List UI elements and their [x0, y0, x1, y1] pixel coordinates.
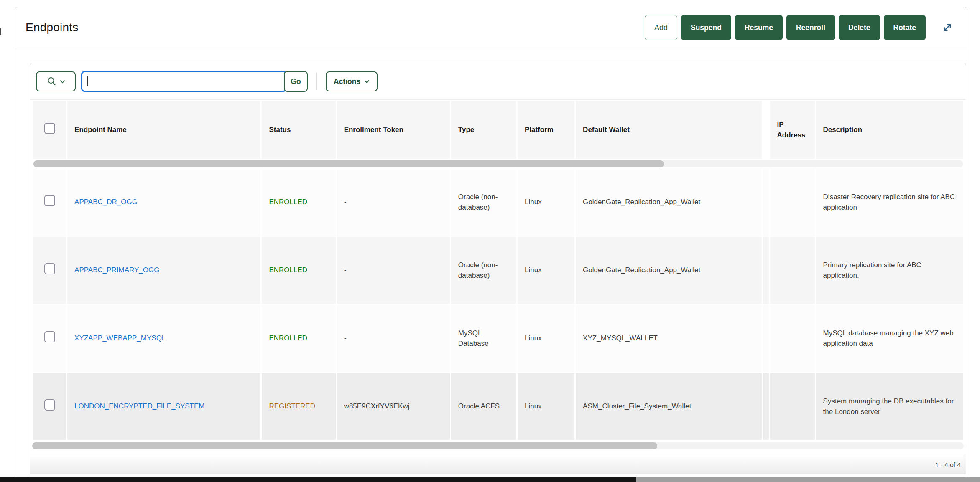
- endpoints-panel: Endpoints Add Suspend Resume Reenroll De…: [15, 7, 967, 479]
- column-gap: [763, 101, 769, 159]
- ip-address-cell: [770, 373, 815, 440]
- column-header-endpoint-name[interactable]: Endpoint Name: [67, 101, 260, 159]
- toolbar-divider: [316, 73, 317, 90]
- endpoints-table: Endpoint Name Status Enrollment Token Ty…: [30, 99, 966, 441]
- scrollbar-thumb[interactable]: [33, 160, 664, 167]
- column-header-type[interactable]: Type: [451, 101, 516, 159]
- platform-cell: Linux: [518, 373, 574, 440]
- column-header-description[interactable]: Description: [816, 101, 963, 159]
- table-row: LONDON_ENCRYPTED_FILE_SYSTEM REGISTERED …: [33, 373, 963, 440]
- table-bottom-scrollbar: [32, 442, 964, 449]
- resume-button[interactable]: Resume: [735, 15, 783, 40]
- type-cell: Oracle (non-database): [451, 169, 516, 236]
- ip-address-cell: [770, 169, 815, 236]
- pagination-label: 1 - 4 of 4: [935, 461, 961, 469]
- row-checkbox[interactable]: [44, 331, 55, 342]
- rotate-button[interactable]: Rotate: [884, 15, 926, 40]
- table-row: APPABC_DR_OGG ENROLLED - Oracle (non-dat…: [33, 169, 963, 236]
- endpoint-name-link[interactable]: LONDON_ENCRYPTED_FILE_SYSTEM: [74, 402, 204, 410]
- description-cell: Disaster Recovery replication site for A…: [816, 169, 963, 236]
- page-title: Endpoints: [26, 21, 78, 34]
- column-header-enrollment-token[interactable]: Enrollment Token: [337, 101, 450, 159]
- type-cell: Oracle (non-database): [451, 237, 516, 304]
- text-caret: [87, 76, 88, 86]
- search-input-wrap: [81, 71, 287, 92]
- search-scope-dropdown[interactable]: [36, 71, 76, 91]
- window-scrollbar-thumb[interactable]: [0, 477, 636, 482]
- endpoint-name-link[interactable]: XYZAPP_WEBAPP_MYSQL: [74, 334, 166, 342]
- actions-label: Actions: [334, 77, 360, 86]
- chevron-down-icon: [60, 80, 65, 84]
- enrollment-token-cell: -: [337, 237, 450, 304]
- column-header-status[interactable]: Status: [262, 101, 335, 159]
- type-cell: Oracle ACFS: [451, 373, 516, 440]
- report-toolbar: Go Actions: [30, 63, 966, 99]
- status-badge: ENROLLED: [269, 334, 307, 342]
- status-badge: ENROLLED: [269, 198, 307, 206]
- search-icon: [47, 76, 57, 86]
- description-cell: MySQL database managing the XYZ web appl…: [816, 305, 963, 372]
- row-checkbox[interactable]: [44, 399, 55, 411]
- reenroll-button[interactable]: Reenroll: [786, 15, 835, 40]
- go-button[interactable]: Go: [284, 71, 308, 92]
- enrollment-token-cell: -: [337, 305, 450, 372]
- description-cell: Primary replication site for ABC applica…: [816, 237, 963, 304]
- window-edge-artifact: [0, 28, 1, 35]
- actions-menu-button[interactable]: Actions: [326, 71, 378, 91]
- platform-cell: Linux: [518, 237, 574, 304]
- endpoint-name-link[interactable]: APPABC_PRIMARY_OGG: [74, 266, 159, 274]
- table-row: APPABC_PRIMARY_OGG ENROLLED - Oracle (no…: [33, 237, 963, 304]
- column-header-ip-address[interactable]: IP Address: [770, 101, 815, 159]
- header-button-group: Add Suspend Resume Reenroll Delete Rotat…: [645, 15, 956, 40]
- scrollbar-track: [33, 160, 963, 167]
- enrollment-token-cell: w85E9CXrfYV6EKwj: [337, 373, 450, 440]
- table-row: XYZAPP_WEBAPP_MYSQL ENROLLED - MySQL Dat…: [33, 305, 963, 372]
- add-button[interactable]: Add: [645, 15, 677, 40]
- maximize-region-icon[interactable]: [941, 21, 954, 34]
- type-cell: MySQL Database: [451, 305, 516, 372]
- window-horizontal-scrollbar[interactable]: [0, 477, 980, 482]
- ip-address-cell: [770, 305, 815, 372]
- table-top-scrollbar: [33, 160, 963, 167]
- scrollbar-thumb[interactable]: [32, 442, 657, 449]
- default-wallet-cell: ASM_Cluster_File_System_Wallet: [576, 373, 761, 440]
- default-wallet-cell: XYZ_MYSQL_WALLET: [576, 305, 761, 372]
- delete-button[interactable]: Delete: [839, 15, 880, 40]
- platform-cell: Linux: [518, 169, 574, 236]
- select-all-checkbox[interactable]: [44, 123, 55, 134]
- description-cell: System managing the DB executables for t…: [816, 373, 963, 440]
- search-input[interactable]: [81, 71, 287, 92]
- interactive-report: Go Actions: [30, 63, 966, 482]
- row-checkbox[interactable]: [44, 263, 55, 274]
- panel-header: Endpoints Add Suspend Resume Reenroll De…: [15, 7, 967, 48]
- column-header-platform[interactable]: Platform: [518, 101, 574, 159]
- row-checkbox[interactable]: [44, 195, 55, 206]
- default-wallet-cell: GoldenGate_Replication_App_Wallet: [576, 169, 761, 236]
- platform-cell: Linux: [518, 305, 574, 372]
- suspend-button[interactable]: Suspend: [681, 15, 731, 40]
- status-badge: ENROLLED: [269, 266, 307, 274]
- column-header-default-wallet[interactable]: Default Wallet: [576, 101, 761, 159]
- table-header-row: Endpoint Name Status Enrollment Token Ty…: [33, 101, 963, 159]
- default-wallet-cell: GoldenGate_Replication_App_Wallet: [576, 237, 761, 304]
- ip-address-cell: [770, 237, 815, 304]
- chevron-down-icon: [364, 80, 370, 84]
- endpoint-name-link[interactable]: APPABC_DR_OGG: [74, 198, 138, 206]
- status-badge: REGISTERED: [269, 402, 315, 410]
- report-footer: 1 - 4 of 4: [30, 455, 966, 474]
- enrollment-token-cell: -: [337, 169, 450, 236]
